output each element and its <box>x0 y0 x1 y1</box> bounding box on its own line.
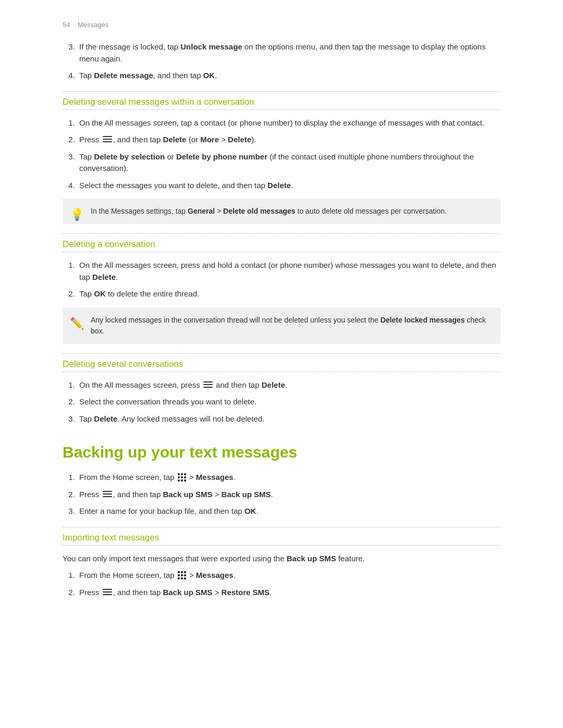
menu-icon <box>103 589 112 596</box>
step4-text: Tap Delete message, and then tap OK. <box>79 71 217 80</box>
grid-icon <box>178 473 186 482</box>
menu-icon <box>103 491 112 498</box>
step-text: On the All messages screen, tap a contac… <box>79 118 484 127</box>
divider <box>63 545 500 546</box>
step-text: Select the conversation threads you want… <box>79 397 256 406</box>
divider <box>63 109 500 110</box>
list-item: Tap Delete by selection or Delete by pho… <box>77 151 500 175</box>
list-item: Press , and then tap Back up SMS > Back … <box>77 489 500 501</box>
divider <box>63 527 500 527</box>
step3-text: If the message is locked, tap Unlock mes… <box>79 42 486 63</box>
list-item: Enter a name for your backup file, and t… <box>77 505 500 517</box>
section-title-deleting-several-conversations: Deleting several conversations <box>63 359 500 369</box>
list-item: Tap OK to delete the entire thread. <box>77 288 500 300</box>
step-text: From the Home screen, tap > Messages. <box>79 473 236 482</box>
divider <box>63 372 500 372</box>
menu-icon <box>103 136 112 143</box>
list-item: Tap Delete message, and then tap OK. <box>77 70 500 82</box>
list-item: On the All messages screen, tap a contac… <box>77 117 500 129</box>
divider <box>63 353 500 354</box>
big-section-title: Backing up your text messages <box>63 443 500 461</box>
step-text: On the All messages screen, press and th… <box>79 380 287 389</box>
step-text: Enter a name for your backup file, and t… <box>79 507 259 515</box>
pencil-icon: ✏️ <box>70 315 84 332</box>
step-text: Tap Delete by selection or Delete by pho… <box>79 152 474 173</box>
step-text: On the All messages screen, press and ho… <box>79 261 496 281</box>
tip-box: 💡 In the Messages settings, tap General … <box>63 199 500 224</box>
divider <box>63 252 500 252</box>
divider <box>63 91 500 92</box>
list-item: Tap Delete. Any locked messages will not… <box>77 413 500 425</box>
section-name: Messages <box>78 21 108 29</box>
step-text: Tap OK to delete the entire thread. <box>79 289 199 298</box>
step-text: Tap Delete. Any locked messages will not… <box>79 414 264 423</box>
list-item: Select the messages you want to delete, … <box>77 180 500 192</box>
list-item: From the Home screen, tap > Messages. <box>77 472 500 484</box>
importing-intro: You can only import text messages that w… <box>63 553 500 565</box>
divider <box>63 233 500 234</box>
list-item: On the All messages screen, press and th… <box>77 379 500 391</box>
step-text: From the Home screen, tap > Messages. <box>79 571 236 579</box>
note-box: ✏️ Any locked messages in the conversati… <box>63 307 500 344</box>
list-item: Press , and then tap Back up SMS > Resto… <box>77 587 500 599</box>
section-title-deleting-several-messages: Deleting several messages within a conve… <box>63 97 500 107</box>
page-number: 54 <box>63 21 70 29</box>
note-text: Any locked messages in the conversation … <box>91 316 486 335</box>
step-text: Press , and then tap Delete (or More > D… <box>79 135 256 144</box>
step-text: Press , and then tap Back up SMS > Back … <box>79 490 273 499</box>
bulb-icon: 💡 <box>70 206 84 223</box>
list-item: From the Home screen, tap > Messages. <box>77 570 500 582</box>
list-item: On the All messages screen, press and ho… <box>77 260 500 283</box>
list-item: Press , and then tap Delete (or More > D… <box>77 134 500 146</box>
section-title-deleting-conversation: Deleting a conversation <box>63 239 500 250</box>
tip-text: In the Messages settings, tap General > … <box>91 207 447 215</box>
step-text: Press , and then tap Back up SMS > Resto… <box>79 588 272 597</box>
page-header: 54 Messages <box>63 21 500 29</box>
step-text: Select the messages you want to delete, … <box>79 181 293 190</box>
list-item: Select the conversation threads you want… <box>77 396 500 408</box>
grid-icon <box>178 571 186 579</box>
list-item: If the message is locked, tap Unlock mes… <box>77 41 500 65</box>
section-title-importing: Importing text messages <box>63 533 500 543</box>
menu-icon <box>203 381 213 389</box>
